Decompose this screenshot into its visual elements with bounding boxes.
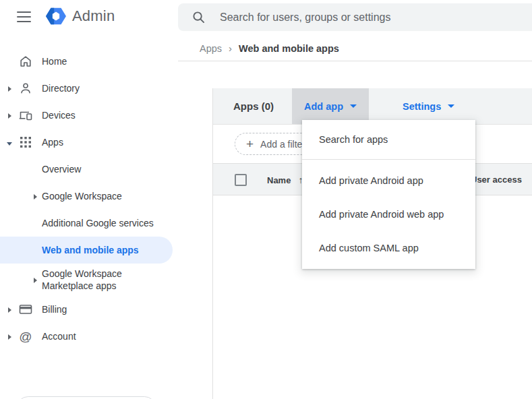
menu-item-add-private-android-web-app[interactable]: Add private Android web app [302,197,475,231]
global-search-bar[interactable] [178,3,532,31]
expand-right-icon[interactable] [5,83,13,94]
at-sign-icon: @ [18,329,33,344]
sidebar-item-account[interactable]: @ Account [0,323,173,350]
settings-button[interactable]: Settings [390,88,467,124]
sidebar-item-billing[interactable]: Billing [0,296,173,323]
add-app-button[interactable]: Add app [292,88,369,124]
sidebar-item-label: Overview [42,164,81,175]
chevron-down-icon [350,104,357,108]
sidebar-item-label: Apps [42,137,63,148]
breadcrumb-apps-link[interactable]: Apps [200,43,222,54]
breadcrumb: Apps › Web and mobile apps [200,42,339,54]
column-header-user-access[interactable]: User access [471,175,522,185]
home-icon [18,54,33,69]
sidebar-item-home[interactable]: Home [0,48,173,75]
search-icon [192,11,205,24]
sidebar-item-overview[interactable]: Overview [0,156,173,183]
sidebar-item-web-and-mobile-apps[interactable]: Web and mobile apps [0,237,173,264]
expand-right-icon[interactable] [31,191,39,202]
sidebar-item-label: Google Workspace [42,191,122,202]
show-more-button[interactable]: Show more [17,396,156,399]
admin-console-window: Admin Home [0,0,532,399]
person-icon [18,81,33,96]
credit-card-icon [18,302,33,317]
devices-icon [18,108,33,123]
menu-item-search-for-apps[interactable]: Search for apps [302,120,475,160]
sidebar-item-apps[interactable]: Apps [0,129,173,156]
expand-right-icon[interactable] [5,331,13,342]
expand-right-icon[interactable] [31,274,39,285]
column-header-name[interactable]: Name ↑ [267,175,303,185]
breadcrumb-current-page: Web and mobile apps [239,43,339,54]
app-title: Admin [72,7,115,25]
sidebar-item-label: Directory [42,83,80,94]
expand-right-icon[interactable] [5,110,13,121]
apps-toolbar: Apps (0) Add app Settings [213,88,532,125]
sidebar-item-label: Account [42,331,76,342]
apps-grid-icon [18,135,33,150]
search-input[interactable] [220,11,490,24]
brand-logo[interactable]: Admin [46,7,115,26]
top-app-bar: Admin [0,0,532,35]
sidebar-item-label: Web and mobile apps [42,245,139,255]
add-app-dropdown-menu: Search for apps Add private Android app … [302,120,475,269]
sidebar-item-label: Additional Google services [42,218,154,228]
menu-item-add-custom-saml-app[interactable]: Add custom SAML app [302,231,475,265]
sidebar-item-additional-google-services[interactable]: Additional Google services [0,210,173,237]
sidebar-item-devices[interactable]: Devices [0,102,173,129]
breadcrumb-chevron-icon: › [229,42,232,54]
select-all-checkbox[interactable] [235,174,247,186]
sidebar-item-marketplace-apps[interactable]: Google WorkspaceMarketplace apps [0,264,173,296]
plus-icon: + [246,137,254,150]
expand-right-icon[interactable] [5,304,13,315]
chevron-down-icon [448,104,454,108]
menu-item-add-private-android-app[interactable]: Add private Android app [302,164,475,197]
add-filter-label: Add a filter [260,139,305,150]
menu-group: Add private Android app Add private Andr… [302,160,475,269]
sidebar-item-label: Billing [42,304,67,315]
sidebar-item-google-workspace[interactable]: Google Workspace [0,183,173,210]
sidebar-item-directory[interactable]: Directory [0,75,173,102]
menu-hamburger-icon[interactable] [17,11,31,23]
sidebar-item-label: Google WorkspaceMarketplace apps [42,268,156,292]
sidebar-item-label: Devices [42,110,76,121]
sidebar-navigation: Home Directory Devices [0,35,173,399]
apps-count-title: Apps (0) [233,100,274,112]
sidebar-item-label: Home [42,56,67,67]
expand-down-icon[interactable] [5,137,13,148]
add-app-label: Add app [304,101,343,112]
admin-logo-icon [46,7,66,26]
settings-label: Settings [403,101,441,112]
header-divider [178,61,532,61]
